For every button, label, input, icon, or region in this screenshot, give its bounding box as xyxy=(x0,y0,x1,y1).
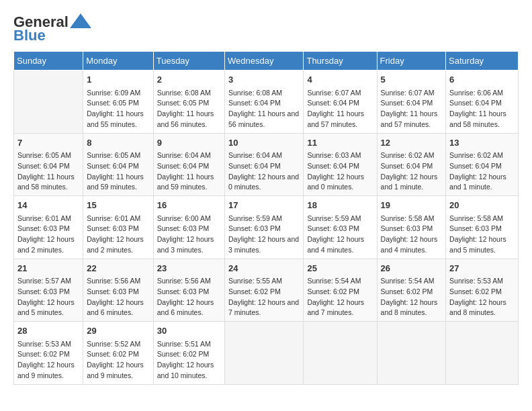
daylight-text: Daylight: 12 hours and 3 minutes. xyxy=(228,235,299,254)
sunset-text: Sunset: 6:04 PM xyxy=(228,99,281,107)
day-number: 6 xyxy=(449,73,515,87)
calendar-cell: 27Sunrise: 5:53 AMSunset: 6:02 PMDayligh… xyxy=(446,259,519,322)
day-header-tuesday: Tuesday xyxy=(153,52,224,71)
daylight-text: Daylight: 12 hours and 4 minutes. xyxy=(307,235,364,254)
sunset-text: Sunset: 6:04 PM xyxy=(228,162,281,170)
sunrise-text: Sunrise: 6:07 AM xyxy=(307,89,361,97)
day-number: 27 xyxy=(449,262,515,275)
sunset-text: Sunset: 6:04 PM xyxy=(307,162,359,170)
calendar-cell: 2Sunrise: 6:08 AMSunset: 6:05 PMDaylight… xyxy=(153,71,224,134)
daylight-text: Daylight: 12 hours and 10 minutes. xyxy=(157,361,214,379)
daylight-text: Daylight: 12 hours and 2 minutes. xyxy=(17,235,75,254)
logo-icon xyxy=(70,13,91,28)
daylight-text: Daylight: 12 hours and 5 minutes. xyxy=(17,298,75,317)
sunset-text: Sunset: 6:02 PM xyxy=(449,287,502,295)
calendar-cell: 30Sunrise: 5:51 AMSunset: 6:02 PMDayligh… xyxy=(153,322,224,385)
calendar-cell: 10Sunrise: 6:04 AMSunset: 6:04 PMDayligh… xyxy=(225,133,304,196)
day-number: 24 xyxy=(228,262,300,275)
day-header-monday: Monday xyxy=(83,52,153,71)
calendar-cell xyxy=(225,322,304,385)
daylight-text: Daylight: 12 hours and 1 minute. xyxy=(381,173,438,191)
day-number: 29 xyxy=(87,324,149,338)
calendar-cell: 9Sunrise: 6:04 AMSunset: 6:04 PMDaylight… xyxy=(153,133,224,196)
calendar-cell: 14Sunrise: 6:01 AMSunset: 6:03 PMDayligh… xyxy=(14,196,83,259)
sunset-text: Sunset: 6:04 PM xyxy=(307,99,359,107)
daylight-text: Daylight: 12 hours and 2 minutes. xyxy=(87,235,144,254)
sunrise-text: Sunrise: 5:51 AM xyxy=(157,340,211,348)
calendar-cell: 8Sunrise: 6:05 AMSunset: 6:04 PMDaylight… xyxy=(83,133,153,196)
sunrise-text: Sunrise: 5:54 AM xyxy=(381,277,435,285)
week-row-0: 1Sunrise: 6:09 AMSunset: 6:05 PMDaylight… xyxy=(14,71,519,134)
calendar-cell: 19Sunrise: 5:58 AMSunset: 6:03 PMDayligh… xyxy=(377,196,446,259)
daylight-text: Daylight: 12 hours and 1 minute. xyxy=(449,173,506,191)
sunrise-text: Sunrise: 6:05 AM xyxy=(17,151,71,159)
sunset-text: Sunset: 6:02 PM xyxy=(307,287,359,295)
calendar-cell: 6Sunrise: 6:06 AMSunset: 6:04 PMDaylight… xyxy=(446,71,519,134)
daylight-text: Daylight: 11 hours and 57 minutes. xyxy=(381,109,438,128)
sunset-text: Sunset: 6:03 PM xyxy=(17,287,70,295)
sunset-text: Sunset: 6:04 PM xyxy=(381,162,433,170)
day-number: 14 xyxy=(17,199,79,212)
logo-blue: Blue xyxy=(13,27,46,44)
sunrise-text: Sunrise: 5:58 AM xyxy=(381,214,435,222)
day-number: 20 xyxy=(449,199,515,212)
calendar-table: SundayMondayTuesdayWednesdayThursdayFrid… xyxy=(13,51,519,385)
sunrise-text: Sunrise: 5:52 AM xyxy=(87,340,140,348)
daylight-text: Daylight: 12 hours and 0 minutes. xyxy=(228,173,299,191)
calendar-cell: 20Sunrise: 5:58 AMSunset: 6:03 PMDayligh… xyxy=(446,196,519,259)
sunrise-text: Sunrise: 6:05 AM xyxy=(87,151,140,159)
daylight-text: Daylight: 11 hours and 58 minutes. xyxy=(17,173,75,191)
sunrise-text: Sunrise: 6:04 AM xyxy=(157,151,211,159)
day-number: 10 xyxy=(228,136,300,150)
week-row-4: 28Sunrise: 5:53 AMSunset: 6:02 PMDayligh… xyxy=(14,322,519,385)
daylight-text: Daylight: 12 hours and 8 minutes. xyxy=(381,298,438,317)
calendar-cell: 23Sunrise: 5:56 AMSunset: 6:03 PMDayligh… xyxy=(153,259,224,322)
sunrise-text: Sunrise: 5:53 AM xyxy=(17,340,71,348)
sunset-text: Sunset: 6:03 PM xyxy=(157,224,210,232)
sunset-text: Sunset: 6:02 PM xyxy=(157,350,210,358)
sunrise-text: Sunrise: 5:57 AM xyxy=(17,277,71,285)
sunrise-text: Sunrise: 6:08 AM xyxy=(157,89,211,97)
calendar-cell: 15Sunrise: 6:01 AMSunset: 6:03 PMDayligh… xyxy=(83,196,153,259)
sunset-text: Sunset: 6:02 PM xyxy=(381,287,433,295)
day-number: 13 xyxy=(449,136,515,150)
sunset-text: Sunset: 6:03 PM xyxy=(157,287,210,295)
daylight-text: Daylight: 12 hours and 9 minutes. xyxy=(17,361,75,379)
sunrise-text: Sunrise: 6:04 AM xyxy=(228,151,282,159)
sunrise-text: Sunrise: 6:09 AM xyxy=(87,89,140,97)
day-number: 9 xyxy=(157,136,221,150)
calendar-cell: 28Sunrise: 5:53 AMSunset: 6:02 PMDayligh… xyxy=(14,322,83,385)
sunset-text: Sunset: 6:03 PM xyxy=(87,287,139,295)
calendar-cell: 29Sunrise: 5:52 AMSunset: 6:02 PMDayligh… xyxy=(83,322,153,385)
svg-marker-0 xyxy=(70,13,91,28)
day-number: 21 xyxy=(17,262,79,275)
header: General Blue xyxy=(13,13,519,44)
day-number: 16 xyxy=(157,199,221,212)
sunset-text: Sunset: 6:03 PM xyxy=(87,224,139,232)
daylight-text: Daylight: 11 hours and 57 minutes. xyxy=(307,109,364,128)
sunrise-text: Sunrise: 5:53 AM xyxy=(449,277,503,285)
daylight-text: Daylight: 12 hours and 7 minutes. xyxy=(307,298,364,317)
sunset-text: Sunset: 6:04 PM xyxy=(87,162,139,170)
sunset-text: Sunset: 6:02 PM xyxy=(17,350,70,358)
week-row-1: 7Sunrise: 6:05 AMSunset: 6:04 PMDaylight… xyxy=(14,133,519,196)
sunrise-text: Sunrise: 5:56 AM xyxy=(87,277,140,285)
sunrise-text: Sunrise: 6:03 AM xyxy=(307,151,361,159)
calendar-cell: 13Sunrise: 6:02 AMSunset: 6:04 PMDayligh… xyxy=(446,133,519,196)
day-number: 17 xyxy=(228,199,300,212)
day-header-sunday: Sunday xyxy=(14,52,83,71)
calendar-cell: 26Sunrise: 5:54 AMSunset: 6:02 PMDayligh… xyxy=(377,259,446,322)
calendar-cell: 21Sunrise: 5:57 AMSunset: 6:03 PMDayligh… xyxy=(14,259,83,322)
sunset-text: Sunset: 6:04 PM xyxy=(157,162,210,170)
calendar-header-row: SundayMondayTuesdayWednesdayThursdayFrid… xyxy=(14,52,519,71)
day-number: 11 xyxy=(307,136,373,150)
day-header-saturday: Saturday xyxy=(446,52,519,71)
day-number: 28 xyxy=(17,324,79,338)
sunrise-text: Sunrise: 5:59 AM xyxy=(228,214,282,222)
day-number: 26 xyxy=(381,262,443,275)
sunrise-text: Sunrise: 6:08 AM xyxy=(228,89,282,97)
calendar-cell: 22Sunrise: 5:56 AMSunset: 6:03 PMDayligh… xyxy=(83,259,153,322)
day-number: 12 xyxy=(381,136,443,150)
daylight-text: Daylight: 11 hours and 58 minutes. xyxy=(449,109,506,128)
day-number: 22 xyxy=(87,262,149,275)
